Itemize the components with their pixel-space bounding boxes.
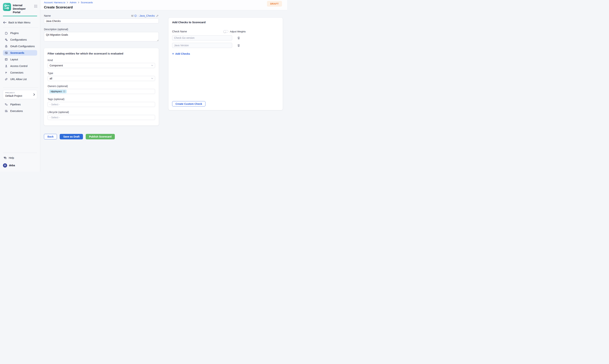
divider: [3, 27, 38, 27]
sidebar-item-label: Pipelines: [10, 103, 21, 106]
id-row: Id : Java_Checks: [131, 14, 159, 17]
scorecard-icon: [4, 51, 8, 54]
chevron-right-icon: [78, 1, 80, 3]
description-textarea[interactable]: Q4 Migration Goals: [44, 32, 159, 41]
main-area: Account: Harness.io Admin Scorecards Cre…: [40, 0, 287, 171]
lifecycle-label: Lifecycle (optional): [48, 111, 155, 114]
delete-check-icon[interactable]: [237, 36, 240, 39]
sidebar-bottom: ? Help D deba: [0, 150, 40, 168]
type-select[interactable]: all: [48, 76, 155, 81]
adjust-weights-toggle[interactable]: [223, 30, 228, 33]
content: Name Id : Java_Checks: [40, 10, 287, 171]
sidebar-item-scorecards[interactable]: Scorecards: [3, 50, 37, 56]
check-name-label: Check Name: [172, 30, 187, 33]
check-input-2[interactable]: [172, 43, 232, 48]
status-badge: DRAFT: [267, 1, 282, 7]
person-icon: [4, 64, 8, 68]
owners-label: Owners (optional): [48, 85, 155, 88]
sidebar-item-pipelines[interactable]: Pipelines: [3, 102, 37, 107]
publish-scorecard-button[interactable]: Publish Scorecard: [86, 134, 115, 139]
form-actions: Back Save as Draft Publish Scorecard: [44, 134, 159, 139]
user-menu[interactable]: D deba: [0, 162, 40, 168]
sidebar-item-url-allow-list[interactable]: URL Allow List: [3, 77, 37, 82]
tags-label: Tags (optional): [48, 98, 155, 101]
breadcrumb: Account: Harness.io Admin Scorecards: [44, 1, 283, 4]
split-arrow-icon: [4, 71, 8, 74]
help-chat-icon: ?: [3, 156, 7, 159]
lock-icon: [4, 45, 8, 48]
owners-input[interactable]: idpplayacc: [48, 89, 155, 94]
owner-chip-label: idpplayacc: [51, 90, 62, 93]
help-label: Help: [9, 156, 14, 159]
sidebar-item-layout[interactable]: Layout: [3, 57, 37, 62]
chevron-down-icon: [151, 78, 153, 79]
sidebar-item-plugins[interactable]: Plugins: [3, 30, 37, 36]
back-button[interactable]: Back: [44, 134, 57, 139]
delete-check-icon[interactable]: [237, 44, 240, 47]
name-label: Name: [44, 14, 51, 17]
plus-icon: +: [172, 52, 174, 55]
help-button[interactable]: ? Help: [0, 155, 40, 161]
sidebar-item-connectors[interactable]: Connectors: [3, 70, 37, 75]
adjust-weights-control: Adjust Weights: [223, 30, 246, 33]
lifecycle-placeholder: - Select -: [50, 116, 60, 119]
id-value[interactable]: Java_Checks: [139, 14, 155, 17]
page-title: Create Scorecard: [44, 5, 283, 9]
project-label: PROJECT: [5, 92, 35, 94]
sidebar-item-label: Connectors: [10, 71, 23, 74]
sidebar: Internal Developer Portal Back to Main M…: [0, 0, 40, 171]
sidebar-item-label: OAuth Configurations: [10, 45, 35, 48]
save-as-draft-button[interactable]: Save as Draft: [60, 134, 83, 139]
layout-icon: [4, 58, 8, 61]
description-label: Description (optional): [44, 28, 159, 31]
link-icon: [4, 78, 8, 81]
name-input[interactable]: [44, 18, 159, 23]
pipelines-icon: [4, 103, 8, 106]
add-checks-button[interactable]: + Add Checks: [172, 52, 190, 55]
back-to-main-menu[interactable]: Back to Main Menu: [0, 20, 40, 25]
tags-select[interactable]: - Select -: [48, 102, 155, 107]
svg-text:?: ?: [4, 156, 5, 158]
project-name: Default Project: [5, 94, 35, 97]
sidebar-item-configurations[interactable]: Configurations: [3, 37, 37, 42]
avatar: D: [3, 163, 7, 168]
add-checks-title: Add Checks to Scorecard: [172, 21, 279, 24]
sidebar-item-label: Layout: [10, 58, 18, 61]
sidebar-item-label: Plugins: [10, 32, 19, 35]
app-grid-icon[interactable]: [34, 4, 38, 8]
breadcrumb-scorecards[interactable]: Scorecards: [81, 1, 93, 4]
check-row: [172, 43, 279, 48]
sidebar-item-label: Configurations: [10, 38, 27, 41]
sidebar-item-access-control[interactable]: Access Control: [3, 63, 37, 69]
info-icon[interactable]: [134, 14, 137, 17]
lifecycle-select[interactable]: - Select -: [48, 115, 155, 120]
chevron-right-icon: [33, 93, 35, 96]
sidebar-item-executions[interactable]: Executions: [3, 108, 37, 114]
kind-select[interactable]: Component: [48, 63, 155, 68]
id-separator: :: [138, 14, 138, 17]
create-custom-check-button[interactable]: Create Custom Check: [172, 101, 205, 106]
sidebar-nav: Plugins Configurations: [0, 30, 40, 83]
add-checks-label: Add Checks: [175, 52, 190, 55]
add-checks-card: Add Checks to Scorecard Check Name Adjus…: [168, 18, 283, 110]
kind-label: Kind: [48, 59, 155, 62]
toggle-knob: [224, 31, 226, 33]
play-icon: [4, 109, 8, 113]
page-header: Account: Harness.io Admin Scorecards Cre…: [40, 0, 287, 10]
chevron-down-icon: [151, 65, 153, 66]
brand-underline: [3, 16, 37, 16]
create-scorecard-page: Internal Developer Portal Back to Main M…: [0, 0, 287, 171]
sidebar-item-oauth-configurations[interactable]: OAuth Configurations: [3, 43, 37, 49]
edit-pencil-icon[interactable]: [156, 14, 159, 17]
brand-title: Internal Developer Portal: [13, 4, 34, 14]
sidebar-item-label: URL Allow List: [10, 78, 27, 81]
sidebar-secondary-nav: Pipelines Executions: [0, 102, 40, 115]
breadcrumb-admin[interactable]: Admin: [69, 1, 76, 4]
type-value: all: [50, 77, 52, 80]
check-input-1[interactable]: [172, 35, 232, 40]
project-selector[interactable]: PROJECT Default Project: [3, 90, 37, 99]
kind-value: Component: [50, 64, 63, 67]
breadcrumb-account[interactable]: Account: Harness.io: [44, 1, 65, 4]
sidebar-item-label: Access Control: [10, 65, 27, 67]
remove-chip-icon[interactable]: [63, 90, 65, 92]
